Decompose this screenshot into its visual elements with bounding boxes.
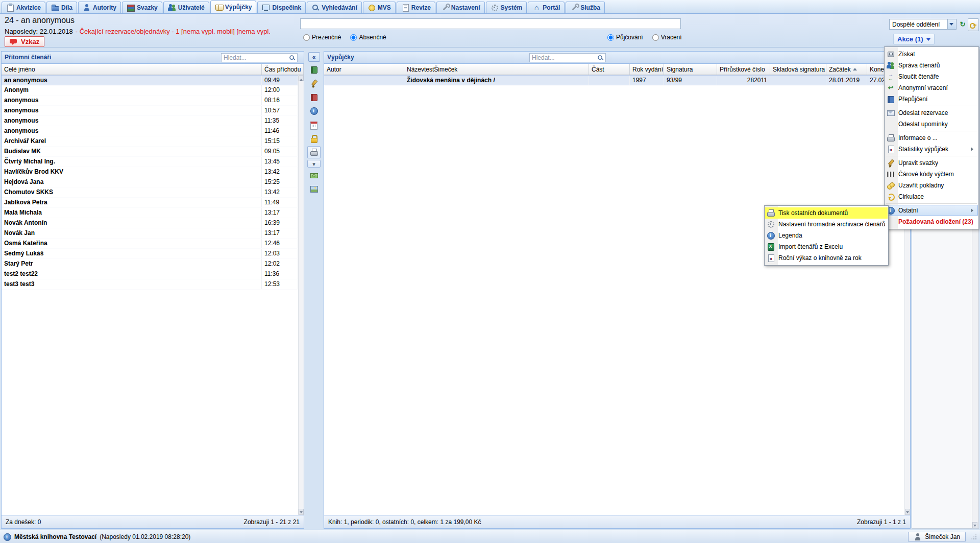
- menu-item-pozadovana-odlozeni[interactable]: Požadovaná odložení (23): [885, 216, 978, 227]
- menu-item-sloucit-ctenare[interactable]: Sloučit čtenáře: [885, 71, 978, 82]
- chevron-down-icon[interactable]: [947, 19, 956, 29]
- submenu-item-nastaveni-hromadne-archivace[interactable]: Nastavení hromadné archivace čtenářů: [765, 219, 888, 230]
- reader-row[interactable]: Budislav MK 09:05: [2, 147, 298, 157]
- tab-mvs[interactable]: MVS: [363, 2, 396, 13]
- reader-row[interactable]: anonymous 11:46: [2, 126, 298, 136]
- reader-row[interactable]: Osmá Kateřina 12:46: [2, 239, 298, 249]
- menu-item-prepujceni[interactable]: Přepůjčení: [885, 93, 978, 105]
- submenu-item-import-ctenaru-z-excelu[interactable]: Import čtenářů z Excelu: [765, 241, 888, 252]
- reader-row[interactable]: anonymous 11:35: [2, 116, 298, 126]
- tab-vypujcky[interactable]: Výpůjčky: [210, 1, 257, 13]
- print-menu-button[interactable]: [307, 160, 321, 168]
- submenu-item-rocni-vykaz[interactable]: Roční výkaz o knihovně za rok: [765, 252, 888, 264]
- lock-workstation-button[interactable]: [968, 18, 979, 31]
- remove-reader-button[interactable]: [307, 91, 321, 103]
- column-header-arrival-time[interactable]: Čas příchodu: [262, 64, 304, 75]
- column-header-signatura[interactable]: Signatura: [664, 64, 717, 75]
- column-header-full-name[interactable]: Celé jméno: [2, 64, 262, 75]
- add-reader-button[interactable]: [307, 63, 321, 76]
- operation-radio[interactable]: Půjčování: [607, 34, 643, 41]
- presence-radio[interactable]: Absenčně: [350, 34, 386, 41]
- column-header-autor[interactable]: Autor: [324, 64, 404, 75]
- menu-item-carove-kody-vyctem[interactable]: Čárové kódy výčtem: [885, 169, 978, 180]
- operation-radio-input[interactable]: [652, 34, 659, 41]
- submenu-item-tisk-ostatnich-dokumentu[interactable]: Tisk ostatních dokumentů: [765, 207, 888, 219]
- reader-row[interactable]: Malá Michala 13:17: [2, 208, 298, 218]
- column-header-nazev[interactable]: NázevtestŠimeček: [404, 64, 589, 75]
- reader-photo-button[interactable]: [307, 183, 321, 195]
- reader-row[interactable]: Hejdová Jana 15:25: [2, 177, 298, 187]
- resize-grip[interactable]: [971, 534, 977, 540]
- reader-row[interactable]: anonymous 10:57: [2, 106, 298, 116]
- menu-item-ziskat[interactable]: Získat: [885, 49, 978, 60]
- scroll-up-icon[interactable]: [299, 75, 304, 81]
- payments-button[interactable]: [307, 169, 321, 181]
- tab-svazky[interactable]: Svazky: [122, 2, 162, 13]
- menu-item-ostatni[interactable]: Ostatní: [885, 205, 978, 216]
- column-header-skladova-signatura[interactable]: Skladová signatura: [770, 64, 826, 75]
- reader-row[interactable]: test2 test22 11:36: [2, 269, 298, 279]
- readers-scrollbar[interactable]: [298, 75, 304, 515]
- edit-reader-button[interactable]: [307, 77, 321, 89]
- search-icon[interactable]: [289, 55, 296, 61]
- tab-akvizice[interactable]: Akvizice: [2, 2, 45, 13]
- menu-item-odeslat-upominky[interactable]: Odeslat upomínky: [885, 119, 978, 130]
- submenu-item-legenda[interactable]: Legenda: [765, 230, 888, 241]
- tab-autority[interactable]: Autority: [78, 2, 121, 13]
- reader-row[interactable]: Novák Jan 13:17: [2, 228, 298, 239]
- tab-system[interactable]: Systém: [486, 2, 527, 13]
- search-icon[interactable]: [597, 55, 604, 61]
- tab-nastaveni[interactable]: Nastavení: [436, 2, 485, 13]
- scroll-down-icon[interactable]: [299, 509, 304, 515]
- barcode-input[interactable]: [300, 18, 681, 29]
- menu-item-informace-o[interactable]: Informace o ...: [885, 132, 978, 144]
- tab-revize[interactable]: Revize: [397, 2, 435, 13]
- scroll-down-icon[interactable]: [972, 522, 977, 528]
- reader-row[interactable]: Čtvrtý Michal Ing. 13:45: [2, 157, 298, 167]
- reader-row[interactable]: Chomutov SKKS 13:42: [2, 187, 298, 198]
- current-user-button[interactable]: Šimeček Jan: [908, 532, 966, 542]
- menu-item-anonymni-vraceni[interactable]: Anonymní vracení: [885, 82, 978, 93]
- column-header-cast[interactable]: Část: [589, 64, 630, 75]
- reader-row[interactable]: anonymous 08:16: [2, 96, 298, 106]
- menu-item-uzavrit-pokladny[interactable]: Uzavřít pokladny: [885, 180, 978, 191]
- reader-row[interactable]: Novák Antonín 16:39: [2, 218, 298, 228]
- refresh-department-button[interactable]: [958, 20, 967, 29]
- operation-radio-input[interactable]: [607, 34, 614, 41]
- tab-sluzba[interactable]: Služba: [566, 2, 605, 13]
- reader-row[interactable]: Jablková Petra 11:49: [2, 198, 298, 208]
- calendar-button[interactable]: [307, 119, 321, 131]
- presence-radio-input[interactable]: [350, 34, 357, 41]
- menu-item-statistiky-vypujcek[interactable]: Statistiky výpůjček: [885, 144, 978, 155]
- menu-item-upravit-svazky[interactable]: Upravit svazky: [885, 157, 978, 169]
- reader-info-button[interactable]: [307, 105, 321, 117]
- reader-row[interactable]: Starý Petr 12:02: [2, 259, 298, 269]
- column-header-zacatek[interactable]: Začátek: [826, 64, 867, 75]
- readers-search-input[interactable]: [223, 54, 288, 61]
- tab-uzivatele[interactable]: Uživatelé: [163, 2, 209, 13]
- column-header-prirustkove-cislo[interactable]: Přírůstkové číslo: [717, 64, 770, 75]
- reader-row[interactable]: Archivář Karel 15:15: [2, 136, 298, 147]
- reader-row[interactable]: test3 test3 12:53: [2, 279, 298, 290]
- scroll-down-icon[interactable]: [905, 509, 910, 515]
- tab-vyhledavani[interactable]: Vyhledávání: [307, 2, 362, 13]
- presence-radio[interactable]: Prezenčně: [303, 34, 341, 41]
- department-select[interactable]: Dospělé oddělení: [889, 19, 957, 30]
- print-button[interactable]: [307, 146, 321, 158]
- reader-row[interactable]: Sedmý Lukáš 12:03: [2, 249, 298, 259]
- message-button[interactable]: Vzkaz: [5, 36, 44, 47]
- loans-search-input[interactable]: [531, 54, 596, 61]
- menu-item-sprava-ctenaru[interactable]: Správa čtenářů: [885, 60, 978, 71]
- reader-row[interactable]: Havlíčkův Brod KKV 13:42: [2, 167, 298, 177]
- actions-menu-button[interactable]: Akce (1): [893, 34, 935, 44]
- menu-item-odeslat-rezervace[interactable]: Odeslat rezervace: [885, 107, 978, 119]
- presence-radio-input[interactable]: [303, 34, 310, 41]
- tab-dila[interactable]: Díla: [46, 2, 77, 13]
- reader-row[interactable]: Anonym 12:00: [2, 85, 298, 96]
- lock-reader-button[interactable]: [307, 132, 321, 145]
- column-header-rok-vydani[interactable]: Rok vydání: [630, 64, 664, 75]
- reader-row[interactable]: an anonymous 09:49: [2, 75, 298, 85]
- tab-dispecink[interactable]: Dispečink: [257, 2, 306, 13]
- menu-item-cirkulace[interactable]: Cirkulace: [885, 191, 978, 202]
- loan-row[interactable]: Židovská menšina v dějinách / 1997 93/99…: [324, 75, 904, 85]
